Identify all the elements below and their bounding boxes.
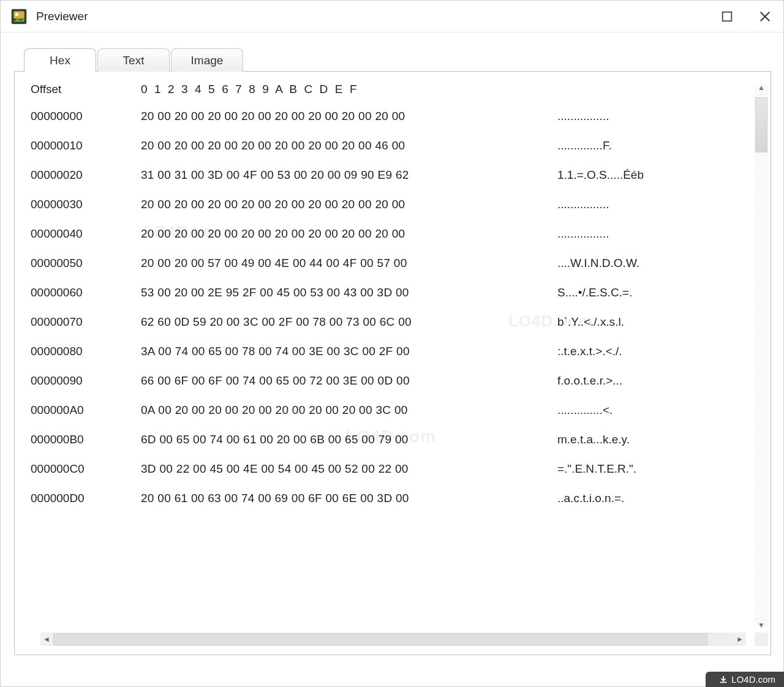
tab-hex[interactable]: Hex xyxy=(24,48,96,72)
bytes-cell: 62 60 0D 59 20 00 3C 00 2F 00 78 00 73 0… xyxy=(141,315,533,329)
ascii-cell: S....•/.E.S.C.=. xyxy=(533,286,643,299)
vertical-scroll-thumb[interactable] xyxy=(755,97,767,152)
ascii-cell: ................ xyxy=(533,227,643,241)
hex-header-row: Offset 0 1 2 3 4 5 6 7 8 9 A B C D E F xyxy=(31,83,767,96)
close-button[interactable] xyxy=(756,8,774,25)
bytes-cell: 31 00 31 00 3D 00 4F 00 53 00 20 00 09 9… xyxy=(141,168,533,182)
hex-row: 0000001020 00 20 00 20 00 20 00 20 00 20… xyxy=(31,139,767,152)
bytes-cell: 3D 00 22 00 45 00 4E 00 54 00 45 00 52 0… xyxy=(141,462,533,476)
scroll-down-arrow-icon[interactable]: ▼ xyxy=(755,619,768,631)
scroll-left-arrow-icon[interactable]: ◄ xyxy=(40,635,53,644)
ascii-cell: ..a.c.t.i.o.n.=. xyxy=(533,492,643,505)
download-icon xyxy=(719,675,728,684)
offset-cell: 00000070 xyxy=(31,315,141,329)
bytes-cell: 0A 00 20 00 20 00 20 00 20 00 20 00 20 0… xyxy=(141,404,533,417)
ascii-cell: ..............F. xyxy=(533,139,643,152)
offset-cell: 00000040 xyxy=(31,227,141,241)
app-icon xyxy=(10,8,28,25)
offset-cell: 00000010 xyxy=(31,139,141,152)
hex-row: 0000009066 00 6F 00 6F 00 74 00 65 00 72… xyxy=(31,374,767,388)
hex-row: 0000007062 60 0D 59 20 00 3C 00 2F 00 78… xyxy=(31,315,767,329)
columns-header: 0 1 2 3 4 5 6 7 8 9 A B C D E F xyxy=(141,83,533,96)
hex-row: 0000004020 00 20 00 20 00 20 00 20 00 20… xyxy=(31,227,767,241)
offset-cell: 000000A0 xyxy=(31,404,141,417)
source-badge: LO4D.com xyxy=(706,672,784,687)
maximize-button[interactable] xyxy=(718,8,736,25)
hex-row: 0000003020 00 20 00 20 00 20 00 20 00 20… xyxy=(31,198,767,211)
offset-cell: 000000B0 xyxy=(31,433,141,446)
ascii-cell: b`.Y..<./.x.s.l. xyxy=(533,315,643,329)
window-title: Previewer xyxy=(36,10,718,23)
horizontal-scrollbar[interactable]: ◄ ► xyxy=(40,633,746,646)
offset-cell: 00000020 xyxy=(31,168,141,182)
window-controls xyxy=(718,8,777,25)
ascii-cell: ..............<. xyxy=(533,404,643,417)
offset-cell: 00000050 xyxy=(31,257,141,270)
ascii-cell: 1.1.=.O.S.....Ééb xyxy=(533,168,644,182)
hex-row: 0000006053 00 20 00 2E 95 2F 00 45 00 53… xyxy=(31,286,767,299)
horizontal-scroll-track[interactable] xyxy=(53,633,734,646)
bytes-cell: 20 00 20 00 20 00 20 00 20 00 20 00 20 0… xyxy=(141,227,533,241)
offset-cell: 000000D0 xyxy=(31,492,141,505)
tab-strip: Hex Text Image xyxy=(24,48,771,72)
hex-row: 0000002031 00 31 00 3D 00 4F 00 53 00 20… xyxy=(31,168,767,182)
hex-row: 0000000020 00 20 00 20 00 20 00 20 00 20… xyxy=(31,110,767,123)
ascii-cell: f.o.o.t.e.r.>... xyxy=(533,374,643,388)
hex-rows-container: 0000000020 00 20 00 20 00 20 00 20 00 20… xyxy=(31,110,767,505)
offset-cell: 000000C0 xyxy=(31,462,141,476)
tab-image[interactable]: Image xyxy=(171,48,243,72)
bytes-cell: 66 00 6F 00 6F 00 74 00 65 00 72 00 3E 0… xyxy=(141,374,533,388)
hex-viewport: Offset 0 1 2 3 4 5 6 7 8 9 A B C D E F 0… xyxy=(31,83,767,650)
bytes-cell: 6D 00 65 00 74 00 61 00 20 00 6B 00 65 0… xyxy=(141,433,533,446)
hex-row: 000000B06D 00 65 00 74 00 61 00 20 00 6B… xyxy=(31,433,767,446)
svg-point-2 xyxy=(15,12,18,15)
scrollbar-corner xyxy=(755,633,768,646)
offset-cell: 00000000 xyxy=(31,110,141,123)
offset-cell: 00000080 xyxy=(31,345,141,358)
bytes-cell: 20 00 61 00 63 00 74 00 69 00 6F 00 6E 0… xyxy=(141,492,533,505)
offset-cell: 00000060 xyxy=(31,286,141,299)
source-badge-label: LO4D.com xyxy=(731,674,775,685)
hex-row: 000000D020 00 61 00 63 00 74 00 69 00 6F… xyxy=(31,492,767,505)
bytes-cell: 20 00 20 00 57 00 49 00 4E 00 44 00 4F 0… xyxy=(141,257,533,270)
bytes-cell: 20 00 20 00 20 00 20 00 20 00 20 00 20 0… xyxy=(141,139,533,152)
offset-header: Offset xyxy=(31,83,141,96)
bytes-cell: 20 00 20 00 20 00 20 00 20 00 20 00 20 0… xyxy=(141,198,533,211)
ascii-cell: ....W.I.N.D.O.W. xyxy=(533,257,643,270)
offset-cell: 00000030 xyxy=(31,198,141,211)
offset-cell: 00000090 xyxy=(31,374,141,388)
hex-row: 000000A00A 00 20 00 20 00 20 00 20 00 20… xyxy=(31,404,767,417)
ascii-cell: ................ xyxy=(533,110,643,123)
content-area: Hex Text Image Offset 0 1 2 3 4 5 6 7 8 … xyxy=(1,32,783,686)
previewer-window: Previewer Hex Text Image Offset 0 1 2 3 … xyxy=(0,0,784,687)
ascii-cell: m.e.t.a...k.e.y. xyxy=(533,433,643,446)
bytes-cell: 53 00 20 00 2E 95 2F 00 45 00 53 00 43 0… xyxy=(141,286,533,299)
titlebar: Previewer xyxy=(1,1,783,32)
ascii-cell: :.t.e.x.t.>.<./. xyxy=(533,345,643,358)
tab-text[interactable]: Text xyxy=(97,48,170,72)
hex-row: 0000005020 00 20 00 57 00 49 00 4E 00 44… xyxy=(31,257,767,270)
scroll-right-arrow-icon[interactable]: ► xyxy=(734,635,746,644)
ascii-cell: ................ xyxy=(533,198,643,211)
scroll-up-arrow-icon[interactable]: ▲ xyxy=(755,81,768,94)
hex-panel: Offset 0 1 2 3 4 5 6 7 8 9 A B C D E F 0… xyxy=(14,71,771,655)
bytes-cell: 20 00 20 00 20 00 20 00 20 00 20 00 20 0… xyxy=(141,110,533,123)
bytes-cell: 3A 00 74 00 65 00 78 00 74 00 3E 00 3C 0… xyxy=(141,345,533,358)
vertical-scrollbar[interactable]: ▲ ▼ xyxy=(755,86,768,626)
ascii-cell: =.".E.N.T.E.R.". xyxy=(533,462,643,476)
hex-row: 000000803A 00 74 00 65 00 78 00 74 00 3E… xyxy=(31,345,767,358)
horizontal-scroll-thumb[interactable] xyxy=(53,633,707,645)
svg-rect-3 xyxy=(723,12,732,21)
svg-rect-1 xyxy=(13,11,24,18)
hex-row: 000000C03D 00 22 00 45 00 4E 00 54 00 45… xyxy=(31,462,767,476)
